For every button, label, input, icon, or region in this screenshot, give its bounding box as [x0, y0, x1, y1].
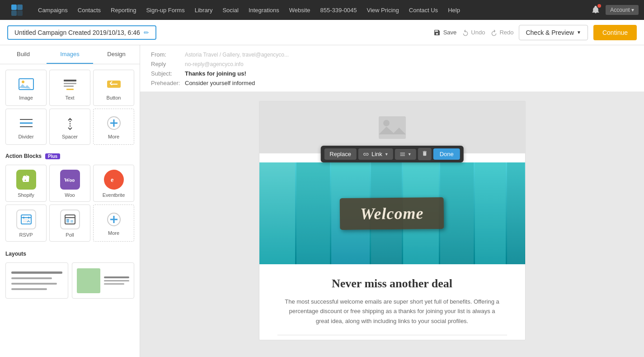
nav-item-phone: 855-339-0045: [316, 4, 362, 16]
more-blocks-icon: [106, 115, 122, 131]
action-poll[interactable]: Poll: [49, 205, 90, 242]
trash-icon: [422, 150, 428, 157]
check-preview-button[interactable]: Check & Preview ▼: [519, 25, 588, 40]
reply-label: Reply: [151, 61, 185, 67]
meta-row-reply: Reply no-reply@agencyco.info: [151, 59, 633, 69]
email-body[interactable]: Never miss another deal The most success…: [259, 264, 525, 335]
svg-rect-1: [17, 5, 23, 10]
nav-item-contacts[interactable]: Contacts: [73, 4, 105, 16]
top-nav: Campaigns Contacts Reporting Sign-up For…: [0, 0, 644, 20]
block-spacer-label: Spacer: [62, 134, 78, 139]
blocks-grid: Image Text Button: [0, 64, 140, 150]
preheader-value: Consider yourself informed: [185, 80, 255, 86]
nav-item-reporting[interactable]: Reporting: [106, 4, 141, 16]
button-block-icon: [106, 76, 122, 92]
layout-item-text[interactable]: [5, 262, 68, 299]
eventbrite-icon: e: [104, 170, 124, 190]
action-woo[interactable]: Woo Woo: [49, 165, 90, 202]
svg-rect-35: [379, 116, 406, 139]
block-button-label: Button: [107, 95, 121, 100]
redo-button[interactable]: Redo: [490, 29, 513, 36]
reply-value: no-reply@agencyco.info: [185, 61, 244, 67]
shopify-label: Shopify: [18, 192, 34, 198]
main-layout: Build Images Design Image: [0, 45, 644, 357]
nav-item-campaigns[interactable]: Campaigns: [33, 4, 72, 16]
action-more-label: More: [108, 230, 119, 236]
divider-block-icon: [18, 115, 34, 131]
placeholder-image-icon: [376, 114, 408, 141]
undo-button[interactable]: Undo: [462, 29, 485, 36]
subject-label: Subject:: [151, 70, 185, 77]
svg-rect-0: [11, 5, 17, 10]
nav-item-view-pricing[interactable]: View Pricing: [362, 4, 404, 16]
nav-item-contact-us[interactable]: Contact Us: [404, 4, 442, 16]
nav-item-social[interactable]: Social: [218, 4, 243, 16]
toolbar-done-button[interactable]: Done: [433, 148, 460, 160]
toolbar-delete-button[interactable]: [418, 148, 432, 160]
toolbar-replace-button[interactable]: Replace: [324, 148, 357, 160]
svg-point-36: [383, 120, 390, 126]
welcome-image-block[interactable]: Welcome: [259, 162, 525, 264]
align-icon: [400, 151, 406, 157]
tab-design[interactable]: Design: [93, 45, 140, 64]
link-icon: [363, 151, 369, 157]
shopify-icon: [16, 170, 36, 190]
block-spacer[interactable]: Spacer: [49, 109, 90, 145]
plus-badge: Plus: [45, 153, 60, 159]
block-button[interactable]: Button: [93, 70, 134, 106]
content-area: From: Astoria Travel / Gallery, travel@a…: [140, 45, 644, 357]
svg-rect-6: [64, 80, 76, 81]
welcome-text: Welcome: [360, 204, 424, 223]
notification-badge: [597, 4, 601, 8]
svg-text:Woo: Woo: [64, 177, 75, 183]
welcome-sign: Welcome: [340, 197, 444, 229]
svg-rect-2: [11, 10, 17, 16]
panel-tabs: Build Images Design: [0, 45, 140, 64]
svg-rect-23: [23, 217, 24, 219]
tab-build[interactable]: Build: [0, 45, 47, 64]
nav-item-integrations[interactable]: Integrations: [244, 4, 284, 16]
user-menu[interactable]: Account ▾: [606, 5, 639, 15]
layout-item-image-text[interactable]: [72, 262, 135, 299]
svg-rect-30: [71, 220, 73, 223]
action-more[interactable]: More: [93, 205, 134, 242]
logo[interactable]: [5, 0, 28, 20]
email-headline: Never miss another deal: [282, 277, 503, 290]
save-button[interactable]: Save: [433, 29, 457, 36]
action-eventbrite[interactable]: e Eventbrite: [93, 165, 134, 202]
meta-row-subject: Subject: Thanks for joining us!: [151, 69, 633, 78]
preheader-label: Preheader:: [151, 80, 185, 86]
campaign-title-text: Untitled Campaign Created 2019/10/13, 6:…: [14, 29, 140, 36]
eventbrite-label: Eventbrite: [103, 192, 125, 198]
email-image-block[interactable]: Replace Link ▼ ▼ Done: [259, 101, 525, 153]
svg-rect-31: [66, 219, 69, 220]
nav-item-website[interactable]: Website: [285, 4, 315, 16]
nav-item-help[interactable]: Help: [443, 4, 465, 16]
action-shopify[interactable]: Shopify: [5, 165, 47, 202]
svg-rect-8: [64, 86, 74, 87]
continue-button[interactable]: Continue: [593, 25, 637, 40]
block-image[interactable]: Image: [5, 70, 47, 106]
rsvp-icon: [16, 209, 36, 229]
block-more[interactable]: More: [93, 109, 134, 145]
toolbar-link-button[interactable]: Link ▼: [358, 148, 393, 160]
notification-bell[interactable]: [591, 5, 600, 15]
poll-label: Poll: [66, 232, 74, 238]
tab-images[interactable]: Images: [47, 45, 93, 64]
toolbar-align-button[interactable]: ▼: [395, 149, 416, 160]
layouts-section: Layouts: [0, 245, 140, 304]
svg-rect-24: [28, 217, 29, 219]
nav-item-library[interactable]: Library: [190, 4, 217, 16]
check-preview-caret-icon: ▼: [577, 30, 581, 35]
rsvp-label: RSVP: [19, 232, 33, 238]
action-rsvp[interactable]: RSVP: [5, 205, 47, 242]
campaign-title-field[interactable]: Untitled Campaign Created 2019/10/13, 6:…: [7, 25, 156, 40]
edit-icon[interactable]: ✏: [144, 29, 149, 36]
svg-rect-3: [17, 10, 23, 16]
block-divider[interactable]: Divider: [5, 109, 47, 145]
svg-text:e: e: [111, 176, 113, 183]
action-blocks-section: Action Blocks Plus Shopify: [0, 150, 140, 245]
nav-item-signup-forms[interactable]: Sign-up Forms: [141, 4, 189, 16]
action-blocks-header: Action Blocks Plus: [0, 150, 140, 161]
block-text[interactable]: Text: [49, 70, 90, 106]
